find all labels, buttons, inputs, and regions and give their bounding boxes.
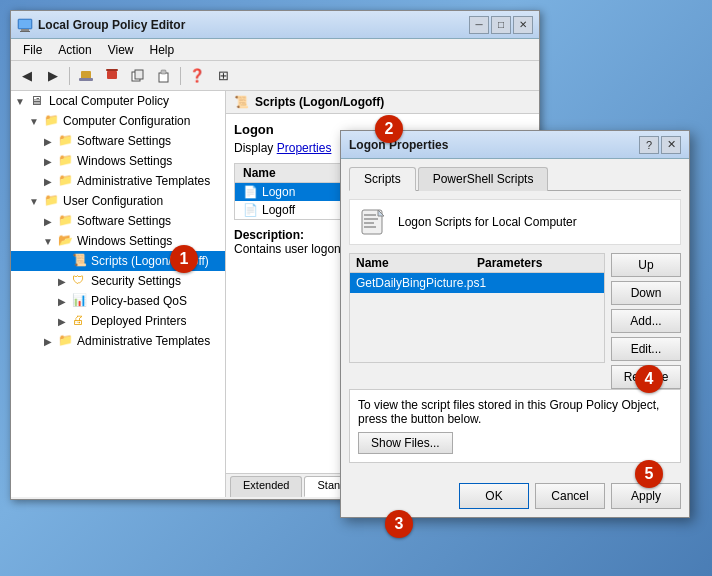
help-button[interactable]: ❓ xyxy=(185,64,209,88)
folder-icon: 🛡 xyxy=(72,273,88,289)
description-label: Description: xyxy=(234,228,304,242)
delete-button[interactable] xyxy=(100,64,124,88)
menu-bar: File Action View Help xyxy=(11,39,539,61)
script-icon: 📜 xyxy=(72,253,88,269)
tree-item-policy-qos[interactable]: ▶ 📊 Policy-based QoS xyxy=(11,291,225,311)
menu-file[interactable]: File xyxy=(15,41,50,59)
window-title: Local Group Policy Editor xyxy=(38,18,469,32)
tree-item-computer-configuration[interactable]: ▼ 📁 Computer Configuration xyxy=(11,111,225,131)
logon-properties-dialog: Logon Properties ? ✕ Scripts PowerShell … xyxy=(340,130,690,518)
script-table[interactable]: Name Parameters GetDailyBingPicture.ps1 xyxy=(349,253,605,363)
tree-label: Scripts (Logon/Logoff) xyxy=(91,254,209,268)
toolbar-separator-1 xyxy=(69,67,70,85)
remove-button[interactable]: Remove xyxy=(611,365,681,389)
script-row-0[interactable]: GetDailyBingPicture.ps1 xyxy=(350,273,604,293)
expand-icon: ▼ xyxy=(27,114,41,128)
dialog-tab-powershell[interactable]: PowerShell Scripts xyxy=(418,167,549,191)
svg-rect-1 xyxy=(19,20,31,28)
dialog-help-button[interactable]: ? xyxy=(639,136,659,154)
expand-icon xyxy=(55,254,69,268)
copy-button[interactable] xyxy=(126,64,150,88)
expand-icon: ▶ xyxy=(41,134,55,148)
add-button[interactable]: Add... xyxy=(611,309,681,333)
script-info-header: Logon Scripts for Local Computer xyxy=(349,199,681,245)
properties-link[interactable]: Properties xyxy=(277,141,332,155)
tree-label: Computer Configuration xyxy=(63,114,190,128)
tree-item-admin-templates-user[interactable]: ▶ 📁 Administrative Templates xyxy=(11,331,225,351)
svg-rect-10 xyxy=(159,73,168,82)
tree-item-admin-templates-comp[interactable]: ▶ 📁 Administrative Templates xyxy=(11,171,225,191)
side-buttons: Up Down Add... Edit... Remove xyxy=(611,253,681,389)
tree-label: Windows Settings xyxy=(77,154,172,168)
dialog-title-buttons: ? ✕ xyxy=(639,136,681,154)
tree-label: Administrative Templates xyxy=(77,334,210,348)
ok-button[interactable]: OK xyxy=(459,483,529,509)
tree-label: Local Computer Policy xyxy=(49,94,169,108)
up-button[interactable]: Up xyxy=(611,253,681,277)
folder-icon: 📁 xyxy=(58,213,74,229)
tree-item-local-computer-policy[interactable]: ▼ 🖥 Local Computer Policy xyxy=(11,91,225,111)
up-button[interactable] xyxy=(74,64,98,88)
edit-button[interactable]: Edit... xyxy=(611,337,681,361)
script-table-header: Name Parameters xyxy=(350,254,604,273)
tree-item-software-settings-comp[interactable]: ▶ 📁 Software Settings xyxy=(11,131,225,151)
tree-label: Software Settings xyxy=(77,214,171,228)
script-info-icon xyxy=(358,206,390,238)
close-button[interactable]: ✕ xyxy=(513,16,533,34)
tree-label: Windows Settings xyxy=(77,234,172,248)
down-button[interactable]: Down xyxy=(611,281,681,305)
script-name: GetDailyBingPicture.ps1 xyxy=(356,276,486,290)
folder-icon: 📁 xyxy=(58,153,74,169)
tree-label: Deployed Printers xyxy=(91,314,186,328)
minimize-button[interactable]: ─ xyxy=(469,16,489,34)
menu-action[interactable]: Action xyxy=(50,41,99,59)
back-button[interactable]: ◀ xyxy=(15,64,39,88)
expand-icon: ▼ xyxy=(41,234,55,248)
list-item-label: Logon xyxy=(262,185,295,199)
folder-icon: 📂 xyxy=(58,233,74,249)
cancel-button[interactable]: Cancel xyxy=(535,483,605,509)
tree-item-software-settings-user[interactable]: ▶ 📁 Software Settings xyxy=(11,211,225,231)
tree-item-windows-settings-user[interactable]: ▼ 📂 Windows Settings xyxy=(11,231,225,251)
menu-view[interactable]: View xyxy=(100,41,142,59)
paste-button[interactable] xyxy=(152,64,176,88)
tab-extended[interactable]: Extended xyxy=(230,476,302,497)
apply-button[interactable]: Apply xyxy=(611,483,681,509)
tree-label: Administrative Templates xyxy=(77,174,210,188)
col-name: Name xyxy=(356,256,477,270)
dialog-title-bar: Logon Properties ? ✕ xyxy=(341,131,689,159)
dialog-title-text: Logon Properties xyxy=(349,138,639,152)
tree-item-user-configuration[interactable]: ▼ 📁 User Configuration xyxy=(11,191,225,211)
show-files-button[interactable]: Show Files... xyxy=(358,432,453,454)
right-panel-title: Scripts (Logon/Logoff) xyxy=(255,95,384,109)
maximize-button[interactable]: □ xyxy=(491,16,511,34)
dialog-close-button[interactable]: ✕ xyxy=(661,136,681,154)
toolbar-separator-2 xyxy=(180,67,181,85)
dialog-body: Scripts PowerShell Scripts Logon Scripts… xyxy=(341,159,689,479)
forward-button[interactable]: ▶ xyxy=(41,64,65,88)
tree-item-deployed-printers[interactable]: ▶ 🖨 Deployed Printers xyxy=(11,311,225,331)
expand-icon: ▶ xyxy=(41,154,55,168)
tree-label: Security Settings xyxy=(91,274,181,288)
tree-item-windows-settings-comp[interactable]: ▶ 📁 Windows Settings xyxy=(11,151,225,171)
folder-icon: 📁 xyxy=(58,333,74,349)
tree-item-security-settings[interactable]: ▶ 🛡 Security Settings xyxy=(11,271,225,291)
properties-button[interactable]: ⊞ xyxy=(211,64,235,88)
show-files-section: To view the script files stored in this … xyxy=(349,389,681,463)
svg-rect-2 xyxy=(21,29,29,31)
tree-item-scripts-logon[interactable]: 📜 Scripts (Logon/Logoff) xyxy=(11,251,225,271)
display-text: Display xyxy=(234,141,273,155)
script-header-text: Logon Scripts for Local Computer xyxy=(398,215,577,229)
app-icon xyxy=(17,17,33,33)
menu-help[interactable]: Help xyxy=(142,41,183,59)
script-header-icon: 📜 xyxy=(234,95,249,109)
dialog-tabs: Scripts PowerShell Scripts xyxy=(349,167,681,191)
svg-rect-7 xyxy=(106,69,118,71)
tree-label: User Configuration xyxy=(63,194,163,208)
expand-icon: ▶ xyxy=(41,214,55,228)
tree-panel[interactable]: ▼ 🖥 Local Computer Policy ▼ 📁 Computer C… xyxy=(11,91,226,497)
tree-label: Software Settings xyxy=(77,134,171,148)
folder-icon: 📁 xyxy=(44,113,60,129)
svg-rect-15 xyxy=(364,222,374,224)
dialog-tab-scripts[interactable]: Scripts xyxy=(349,167,416,191)
